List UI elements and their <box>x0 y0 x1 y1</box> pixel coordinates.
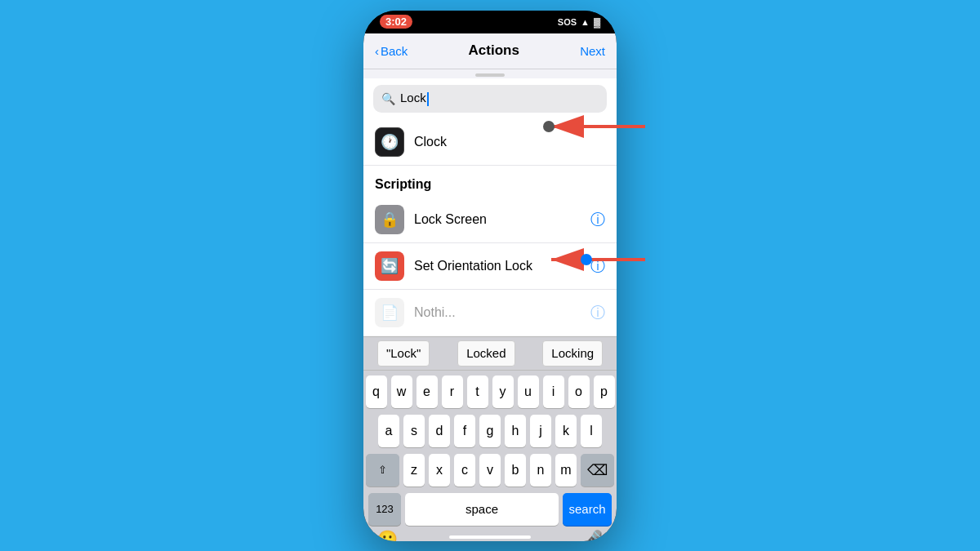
lock-screen-label: Lock Screen <box>414 212 487 227</box>
keyboard-row-2: a s d f g h j k l <box>366 415 614 447</box>
list-item[interactable]: 🔒 Lock Screen ⓘ <box>363 197 617 243</box>
list-item: 📄 Nothi... ⓘ <box>363 290 617 336</box>
key-e[interactable]: e <box>416 375 438 408</box>
clock-app-icon: 🕐 <box>375 127 404 157</box>
space-label: space <box>466 502 498 516</box>
mic-key[interactable]: 🎤 <box>582 529 603 541</box>
key-d[interactable]: d <box>429 415 450 447</box>
status-time: 3:02 <box>380 15 412 29</box>
key-s[interactable]: s <box>403 415 425 447</box>
autocomplete-locking: Locking <box>551 346 594 360</box>
key-c[interactable]: c <box>454 454 475 487</box>
key-f[interactable]: f <box>454 415 475 447</box>
keyboard-bottom-row: 123 space search <box>366 493 614 526</box>
key-n[interactable]: n <box>530 454 551 487</box>
nav-title: Actions <box>469 42 519 59</box>
key-a[interactable]: a <box>378 415 399 447</box>
emoji-mic-row: 🙂 🎤 <box>366 526 614 541</box>
autocomplete-item[interactable]: "Lock" <box>377 340 430 367</box>
key-v[interactable]: v <box>479 454 501 487</box>
back-button[interactable]: ‹ Back <box>375 44 408 58</box>
key-w[interactable]: w <box>391 375 412 408</box>
file-icon: 📄 <box>381 304 399 322</box>
key-u[interactable]: u <box>518 375 539 408</box>
back-label[interactable]: Back <box>381 44 408 58</box>
text-cursor <box>427 92 429 106</box>
key-h[interactable]: h <box>505 415 526 447</box>
key-g[interactable]: g <box>479 415 501 447</box>
wifi-icon: ▲ <box>581 17 590 27</box>
orient-icon: 🔄 <box>381 257 399 275</box>
status-right: SOS ▲ ▓ <box>558 17 600 27</box>
autocomplete-item[interactable]: Locking <box>542 340 603 367</box>
search-key[interactable]: search <box>563 493 612 526</box>
key-o[interactable]: o <box>568 375 590 408</box>
key-m[interactable]: m <box>555 454 577 487</box>
shift-key[interactable]: ⇧ <box>366 454 399 487</box>
key-p[interactable]: p <box>594 375 615 408</box>
sos-indicator: SOS <box>558 17 577 27</box>
num-key[interactable]: 123 <box>368 493 401 526</box>
search-input[interactable]: Lock <box>400 91 599 106</box>
keyboard-row-3: ⇧ z x c v b n m ⌫ <box>366 454 614 487</box>
list-item[interactable]: 🕐 Clock <box>363 119 617 166</box>
autocomplete-bar: "Lock" Locked Locking <box>363 336 617 371</box>
autocomplete-locked: Locked <box>466 346 506 360</box>
clock-label: Clock <box>414 135 447 149</box>
key-y[interactable]: y <box>492 375 514 408</box>
lock-icon: 🔒 <box>381 211 399 229</box>
orientation-lock-icon: 🔄 <box>375 251 404 281</box>
nav-bar: ‹ Back Actions Next <box>363 33 617 69</box>
clock-icon: 🕐 <box>381 133 399 151</box>
next-button[interactable]: Next <box>580 44 605 58</box>
list-item[interactable]: 🔄 Set Orientation Lock ⓘ <box>363 243 617 290</box>
emoji-key[interactable]: 🙂 <box>377 529 398 541</box>
orientation-info-icon[interactable]: ⓘ <box>590 256 605 276</box>
key-l[interactable]: l <box>581 415 602 447</box>
partial-info-icon: ⓘ <box>590 303 605 322</box>
search-bar[interactable]: 🔍 Lock <box>373 85 607 113</box>
key-b[interactable]: b <box>505 454 526 487</box>
results-list: 🕐 Clock Scripting 🔒 Lock Screen ⓘ <box>363 119 617 336</box>
key-x[interactable]: x <box>429 454 450 487</box>
partial-label: Nothi... <box>414 305 456 320</box>
key-j[interactable]: j <box>530 415 551 447</box>
scripting-section-header: Scripting <box>363 166 617 197</box>
autocomplete-lock-quoted: "Lock" <box>386 346 421 360</box>
battery-icon: ▓ <box>594 17 600 27</box>
orientation-lock-label: Set Orientation Lock <box>414 259 532 273</box>
autocomplete-item[interactable]: Locked <box>457 340 514 367</box>
lock-screen-icon: 🔒 <box>375 205 404 234</box>
back-chevron-icon: ‹ <box>375 44 379 58</box>
search-value: Lock <box>400 91 426 104</box>
phone-frame: 3:02 SOS ▲ ▓ ‹ Back Actions Next <box>363 11 617 541</box>
key-z[interactable]: z <box>403 454 425 487</box>
lock-screen-info-icon[interactable]: ⓘ <box>590 210 605 229</box>
drag-handle <box>475 73 505 77</box>
home-indicator <box>449 535 531 539</box>
delete-key[interactable]: ⌫ <box>581 454 614 487</box>
partial-item-icon: 📄 <box>375 298 404 327</box>
key-r[interactable]: r <box>442 375 463 408</box>
keyboard: q w e r t y u i o p a s d f g <box>363 371 617 541</box>
status-bar: 3:02 SOS ▲ ▓ <box>363 11 617 33</box>
key-q[interactable]: q <box>366 375 387 408</box>
search-bar-container: 🔍 Lock <box>363 78 617 119</box>
num-label: 123 <box>376 503 394 515</box>
space-key[interactable]: space <box>405 493 559 526</box>
search-key-label: search <box>568 502 605 516</box>
key-t[interactable]: t <box>467 375 488 408</box>
keyboard-row-1: q w e r t y u i o p <box>366 375 614 408</box>
key-i[interactable]: i <box>543 375 564 408</box>
key-k[interactable]: k <box>555 415 577 447</box>
search-icon: 🔍 <box>381 92 395 105</box>
